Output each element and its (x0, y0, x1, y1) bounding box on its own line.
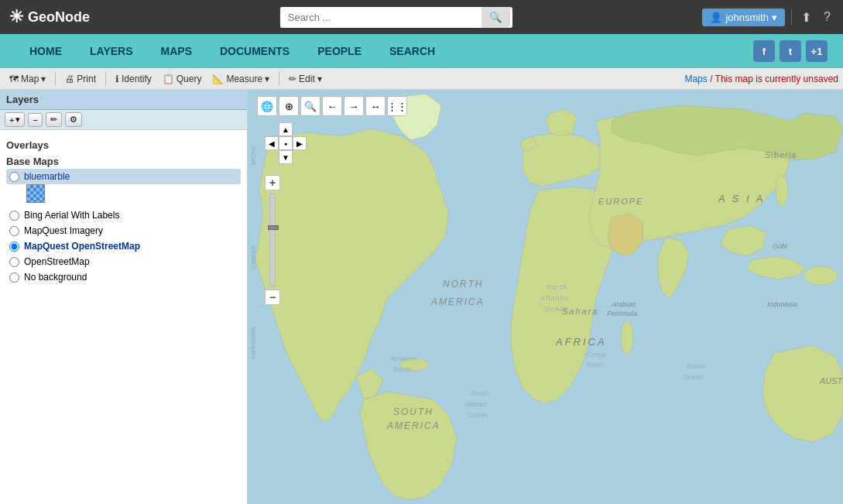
measure-btn-label: Measure (226, 74, 262, 84)
user-menu-button[interactable]: 👤 johnsmith ▾ (702, 9, 785, 26)
svg-text:AMERICA: AMERICA (386, 420, 440, 431)
identify-btn-label: Identify (122, 74, 152, 84)
map-button[interactable]: 🗺 Map ▾ (5, 72, 50, 86)
print-icon: 🖨 (65, 74, 74, 84)
zoom-slider-thumb[interactable] (268, 225, 279, 230)
mapquest-imagery-radio[interactable] (9, 226, 19, 236)
nav-search[interactable]: SEARCH (375, 36, 449, 67)
print-button[interactable]: 🖨 Print (60, 72, 101, 86)
measure-icon: 📐 (212, 74, 224, 84)
pan-left-nav-button[interactable]: ◀ (265, 136, 279, 150)
identify-icon: ℹ (115, 74, 119, 84)
help-button[interactable]: ? (821, 7, 834, 27)
globe-tool-button[interactable]: 🌐 (257, 96, 277, 116)
svg-text:Atlantic: Atlantic (464, 400, 488, 408)
map-background: Siberia A S I A EUROPE NORTH AMERICA Nor… (248, 90, 843, 504)
map-icon: 🗺 (9, 74, 19, 84)
edit-icon: ✏ (289, 74, 296, 84)
query-button[interactable]: 📋 Query (158, 72, 207, 86)
list-item[interactable]: MapQuest Imagery (6, 223, 241, 238)
svg-text:AFRICA: AFRICA (555, 336, 607, 348)
svg-text:Ocean: Ocean (468, 411, 488, 419)
no-bg-label: No background (24, 272, 87, 283)
layer-settings-button[interactable]: ⚙ (65, 112, 82, 127)
nav-maps[interactable]: MAPS (147, 36, 206, 67)
svg-text:Sahara: Sahara (562, 307, 598, 316)
googleplus-button[interactable]: +1 (806, 40, 828, 62)
remove-layer-icon: − (33, 115, 37, 125)
toolbar-sep-1 (55, 72, 56, 86)
identify-button[interactable]: ℹ Identify (111, 72, 156, 86)
edit-button[interactable]: ✏ Edit ▾ (284, 72, 327, 86)
list-item[interactable]: No background (6, 269, 241, 285)
search-bar: 🔍 (280, 7, 512, 28)
pan-center-button[interactable]: ● (279, 136, 293, 150)
measure-button[interactable]: 📐 Measure ▾ (207, 72, 274, 86)
svg-text:Basin: Basin (393, 365, 411, 373)
pan-right-button[interactable]: → (344, 96, 364, 116)
grid-button[interactable]: ⋮⋮ (387, 96, 407, 116)
top-right: 👤 johnsmith ▾ ⬆ ? (702, 7, 834, 28)
bing-radio[interactable] (9, 211, 19, 221)
svg-text:Ocean: Ocean (683, 373, 704, 381)
edit-dropdown-icon: ▾ (317, 74, 322, 84)
mapquest-osm-label: MapQuest OpenStreetMap (24, 241, 140, 252)
zoom-in-tool-button[interactable]: 🔍 (300, 96, 320, 116)
map-btn-label: Map (21, 74, 39, 84)
edit-btn-label: Edit (299, 74, 315, 84)
svg-text:Basin: Basin (586, 361, 604, 369)
upload-button[interactable]: ⬆ (798, 7, 814, 28)
no-bg-radio[interactable] (9, 273, 19, 283)
svg-text:South: South (471, 389, 489, 397)
bing-label: Bing Aerial With Labels (24, 210, 119, 221)
osm-radio[interactable] (9, 257, 19, 267)
bluemarble-label: bluemarble (24, 171, 70, 182)
zoom-in-button[interactable]: + (265, 175, 280, 190)
list-item[interactable]: Bing Aerial With Labels (6, 207, 241, 223)
user-icon: 👤 (710, 12, 722, 23)
zoom-slider-track[interactable] (269, 194, 276, 286)
layers-header: Layers (0, 90, 247, 110)
world-map-svg: Siberia A S I A EUROPE NORTH AMERICA Nor… (248, 90, 843, 504)
svg-text:Indonesia: Indonesia (767, 300, 797, 308)
toolbar-sep-2 (105, 72, 106, 86)
pan-left-button[interactable]: ← (322, 96, 342, 116)
svg-text:Peninsula: Peninsula (607, 310, 638, 317)
svg-text:Gobi: Gobi (773, 242, 788, 250)
zoom-out-button[interactable]: − (265, 290, 280, 305)
mapquest-imagery-label: MapQuest Imagery (24, 225, 103, 236)
print-btn-label: Print (77, 74, 96, 84)
pan-right-nav-button[interactable]: ▶ (293, 136, 307, 150)
search-input[interactable] (280, 7, 481, 28)
map-area[interactable]: Siberia A S I A EUROPE NORTH AMERICA Nor… (248, 90, 843, 504)
add-layer-button[interactable]: + ▾ (5, 112, 25, 127)
twitter-button[interactable]: t (780, 40, 801, 62)
svg-point-6 (776, 175, 788, 206)
list-item[interactable]: OpenStreetMap (6, 254, 241, 269)
breadcrumb-maps-link[interactable]: Maps (684, 74, 707, 84)
svg-text:AUST: AUST (819, 376, 843, 386)
pan-up-button[interactable]: ▲ (279, 122, 293, 136)
logo[interactable]: ✳ GeoNode (9, 7, 90, 27)
nav-layers[interactable]: LAYERS (76, 36, 147, 67)
remove-layer-button[interactable]: − (28, 113, 42, 127)
overlays-label: Overlays (6, 136, 241, 153)
list-item[interactable]: bluemarble (6, 169, 241, 184)
measure-dropdown-icon: ▾ (265, 74, 269, 84)
facebook-button[interactable]: f (753, 40, 775, 62)
nav-people[interactable]: PEOPLE (303, 36, 375, 67)
list-item[interactable]: MapQuest OpenStreetMap (6, 238, 241, 254)
search-bar-wrapper: 🔍 (102, 7, 690, 28)
dropdown-arrow-icon: ▾ (772, 12, 777, 23)
bluemarble-radio[interactable] (9, 172, 19, 182)
zoom-extent-button[interactable]: ⊕ (279, 96, 299, 116)
pan-down-button[interactable]: ▼ (279, 150, 293, 164)
nav-documents[interactable]: DOCUMENTS (206, 36, 303, 67)
svg-text:North: North (547, 283, 567, 291)
search-button[interactable]: 🔍 (481, 7, 510, 28)
edit-layer-button[interactable]: ✏ (46, 112, 62, 127)
nav-home[interactable]: HOME (15, 36, 76, 67)
measure-tool-button[interactable]: ↔ (365, 96, 386, 116)
add-layer-dropdown-icon: ▾ (15, 115, 20, 125)
mapquest-osm-radio[interactable] (9, 242, 19, 252)
